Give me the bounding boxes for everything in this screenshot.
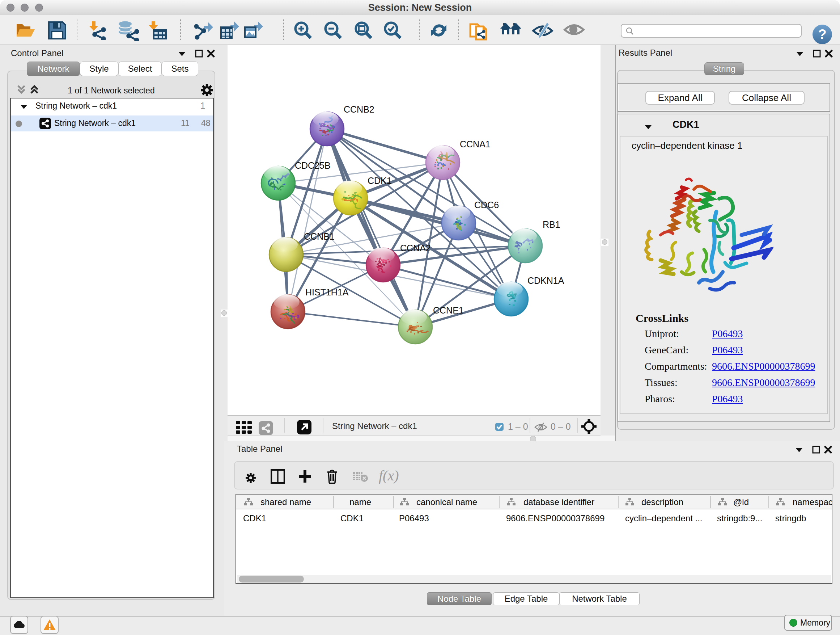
svg-text:CDK1: CDK1: [368, 176, 392, 186]
svg-text:CCNB1: CCNB1: [304, 231, 335, 241]
svg-text:CDC25B: CDC25B: [295, 160, 331, 171]
svg-text:CCNA2: CCNA2: [400, 243, 431, 253]
svg-text:CCNB2: CCNB2: [344, 104, 374, 114]
svg-text:RB1: RB1: [543, 219, 561, 230]
svg-text:HIST1H1A: HIST1H1A: [305, 287, 349, 297]
svg-text:CCNE1: CCNE1: [433, 305, 464, 315]
svg-text:CDKN1A: CDKN1A: [527, 276, 564, 286]
svg-text:CDC6: CDC6: [474, 200, 499, 210]
svg-text:CCNA1: CCNA1: [460, 139, 491, 149]
